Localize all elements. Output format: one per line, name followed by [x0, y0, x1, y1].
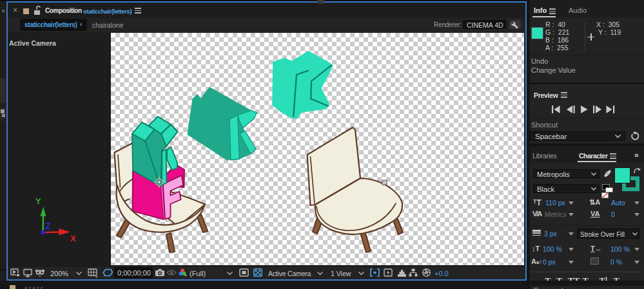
svg-text:Y: Y	[35, 196, 41, 206]
svg-text:Z: Z	[45, 221, 51, 231]
svg-text:X: X	[70, 234, 76, 243]
